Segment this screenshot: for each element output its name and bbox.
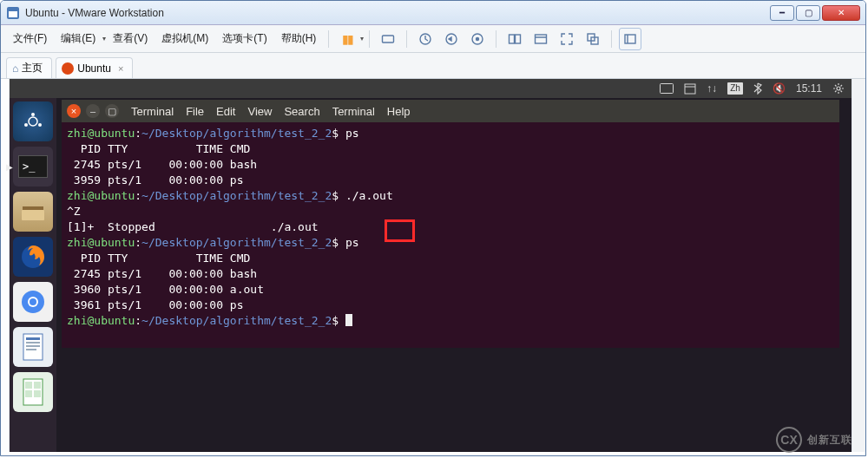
gutter-right bbox=[852, 79, 865, 452]
fullscreen-icon[interactable] bbox=[556, 28, 578, 50]
gutter-left bbox=[1, 79, 10, 452]
watermark-text: 创新互联 bbox=[807, 433, 852, 448]
svg-rect-9 bbox=[516, 35, 521, 43]
ubuntu-menubar: ↑↓ Zh 🔇 15:11 bbox=[10, 79, 852, 98]
titlebar[interactable]: Ubuntu - VMware Workstation ━ ▢ ✕ bbox=[1, 1, 865, 25]
svg-rect-40 bbox=[25, 390, 32, 397]
menu-view[interactable]: 查看(V) bbox=[106, 28, 155, 49]
minimize-button[interactable]: ━ bbox=[770, 5, 794, 21]
snapshot-revert-icon[interactable] bbox=[440, 28, 463, 50]
svg-rect-10 bbox=[536, 35, 547, 43]
tm-terminal2[interactable]: Terminal bbox=[332, 105, 375, 118]
svg-rect-34 bbox=[26, 342, 40, 344]
separator bbox=[611, 30, 612, 48]
window-title: Ubuntu - VMware Workstation bbox=[25, 7, 770, 19]
svg-rect-27 bbox=[22, 210, 44, 220]
active-indicator-icon: ▶ bbox=[6, 162, 13, 172]
cursor bbox=[345, 314, 352, 326]
view-sidebyside-icon[interactable] bbox=[503, 28, 526, 50]
tm-edit[interactable]: Edit bbox=[216, 105, 235, 118]
svg-rect-8 bbox=[510, 35, 515, 43]
launcher-dash[interactable] bbox=[13, 101, 53, 141]
ubuntu-icon bbox=[62, 62, 74, 75]
launcher-calc[interactable] bbox=[13, 372, 53, 412]
tm-terminal[interactable]: Terminal bbox=[131, 105, 174, 118]
svg-point-23 bbox=[31, 113, 35, 116]
maximize-button[interactable]: ▢ bbox=[796, 5, 820, 21]
menu-vm[interactable]: 虚拟机(M) bbox=[155, 28, 215, 49]
launcher-files[interactable] bbox=[13, 192, 53, 232]
vertical-scrollbar[interactable] bbox=[853, 79, 865, 452]
home-icon: ⌂ bbox=[12, 62, 18, 75]
terminal-titlebar[interactable]: × – ▢ Terminal File Edit View Search Ter… bbox=[62, 100, 839, 122]
terminal-body[interactable]: zhi@ubuntu:~/Desktop/algorithm/test_2_2$… bbox=[62, 122, 839, 348]
terminal-menubar: Terminal File Edit View Search Terminal … bbox=[131, 105, 411, 118]
svg-rect-19 bbox=[685, 84, 695, 94]
svg-rect-16 bbox=[660, 84, 673, 94]
bluetooth-icon[interactable] bbox=[753, 82, 762, 95]
menu-edit[interactable]: 编辑(E) bbox=[54, 28, 102, 49]
svg-point-21 bbox=[837, 87, 840, 90]
network-icon[interactable]: ↑↓ bbox=[707, 82, 717, 95]
view-console-icon[interactable] bbox=[529, 28, 552, 50]
unity-icon[interactable] bbox=[582, 28, 604, 50]
terminal-window: × – ▢ Terminal File Edit View Search Ter… bbox=[62, 100, 839, 351]
watermark: CX 创新互联 bbox=[776, 427, 852, 453]
tabs-bar: ⌂ 主页 Ubuntu × bbox=[1, 53, 865, 79]
highlight-box bbox=[385, 219, 415, 242]
watermark-logo: CX bbox=[776, 427, 802, 453]
svg-point-22 bbox=[29, 117, 37, 126]
app-icon bbox=[6, 6, 20, 20]
svg-point-24 bbox=[24, 123, 28, 127]
tab-close-icon[interactable]: × bbox=[118, 63, 123, 74]
svg-rect-35 bbox=[26, 345, 40, 347]
terminal-maximize-button[interactable]: ▢ bbox=[105, 104, 119, 118]
calendar-icon[interactable] bbox=[684, 82, 696, 95]
svg-rect-36 bbox=[26, 349, 36, 350]
terminal-close-button[interactable]: × bbox=[67, 104, 81, 118]
app-window: Ubuntu - VMware Workstation ━ ▢ ✕ 文件(F) … bbox=[0, 0, 866, 456]
menubar: 文件(F) 编辑(E)▾ 查看(V) 虚拟机(M) 选项卡(T) 帮助(H) ▮… bbox=[1, 25, 865, 53]
gear-icon[interactable] bbox=[832, 82, 845, 95]
svg-rect-33 bbox=[26, 337, 40, 340]
svg-point-7 bbox=[477, 37, 479, 40]
tab-home-label: 主页 bbox=[22, 61, 43, 75]
tab-home[interactable]: ⌂ 主页 bbox=[6, 57, 52, 78]
guest-screen[interactable]: ↑↓ Zh 🔇 15:11 ▶>_ bbox=[10, 79, 852, 452]
menu-tabs[interactable]: 选项卡(T) bbox=[215, 28, 273, 49]
pause-icon[interactable]: ▮▮ bbox=[336, 28, 358, 50]
input-method-indicator[interactable]: Zh bbox=[727, 82, 743, 95]
svg-point-31 bbox=[30, 298, 36, 305]
tm-help[interactable]: Help bbox=[387, 105, 411, 118]
volume-icon[interactable]: 🔇 bbox=[773, 82, 786, 95]
svg-rect-26 bbox=[23, 206, 43, 210]
svg-rect-38 bbox=[25, 382, 32, 389]
launcher-firefox[interactable] bbox=[13, 237, 53, 277]
menu-help[interactable]: 帮助(H) bbox=[274, 28, 324, 49]
svg-rect-14 bbox=[625, 35, 635, 43]
tab-ubuntu-label: Ubuntu bbox=[77, 62, 111, 75]
snapshot-manager-icon[interactable] bbox=[466, 28, 489, 50]
svg-rect-39 bbox=[34, 382, 41, 389]
vm-viewport: ↑↓ Zh 🔇 15:11 ▶>_ bbox=[1, 79, 865, 452]
tab-ubuntu[interactable]: Ubuntu × bbox=[56, 57, 133, 78]
svg-point-25 bbox=[38, 123, 42, 127]
launcher-terminal[interactable]: ▶>_ bbox=[13, 147, 53, 186]
svg-rect-3 bbox=[383, 36, 394, 43]
snapshot-icon[interactable] bbox=[414, 28, 437, 50]
tm-search[interactable]: Search bbox=[284, 105, 319, 118]
clock[interactable]: 15:11 bbox=[796, 82, 822, 95]
ubuntu-desktop: ▶>_ × – ▢ Terminal File bbox=[10, 98, 852, 452]
separator bbox=[406, 30, 407, 48]
menu-file[interactable]: 文件(F) bbox=[6, 28, 54, 49]
close-button[interactable]: ✕ bbox=[822, 5, 860, 21]
launcher-writer[interactable] bbox=[13, 327, 53, 367]
keyboard-icon[interactable] bbox=[660, 83, 674, 94]
library-icon[interactable] bbox=[619, 28, 641, 50]
launcher-chromium[interactable] bbox=[13, 282, 53, 322]
svg-rect-2 bbox=[9, 9, 17, 11]
send-keys-icon[interactable] bbox=[377, 28, 399, 50]
tm-file[interactable]: File bbox=[186, 105, 204, 118]
terminal-minimize-button[interactable]: – bbox=[86, 104, 100, 118]
tm-view[interactable]: View bbox=[247, 105, 272, 118]
